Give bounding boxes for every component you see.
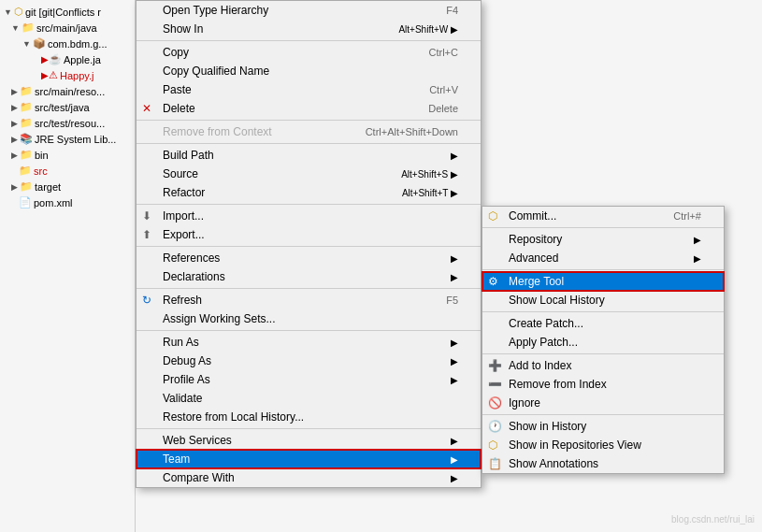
team-menu-commit[interactable]: ⬡ Commit... Ctrl+#: [482, 207, 724, 225]
menu-label: Show In: [163, 22, 203, 36]
tree-arrow: ▶: [11, 135, 18, 144]
separator: [137, 143, 481, 144]
submenu-arrow-icon: ▶: [432, 436, 458, 446]
tree-label: Apple.ja: [64, 54, 101, 65]
tree-item-com-bdm[interactable]: ▼ 📦 com.bdm.g...: [0, 36, 135, 51]
menu-build-path[interactable]: Build Path ▶: [137, 146, 481, 165]
xml-icon: 📄: [19, 196, 32, 208]
menu-label: Show in History: [509, 420, 586, 433]
menu-paste[interactable]: Paste Ctrl+V: [137, 80, 481, 99]
tree-item-happy[interactable]: ▶ ⚠ Happy.j: [0, 67, 135, 83]
tree-item-target[interactable]: ▶ 📁 target: [0, 179, 135, 194]
menu-open-type-hierarchy[interactable]: Open Type Hierarchy F4: [137, 1, 481, 20]
menu-label: Delete: [163, 102, 195, 115]
submenu-arrow-icon: ▶: [432, 375, 458, 385]
tree-item-bin[interactable]: ▶ 📁 bin: [0, 147, 135, 163]
lib-icon: 📚: [20, 133, 33, 145]
separator: [137, 204, 481, 205]
team-menu-show-history[interactable]: 🕐 Show in History: [482, 417, 724, 436]
tree-arrow: ▶: [11, 182, 18, 192]
menu-copy[interactable]: Copy Ctrl+C: [137, 43, 481, 62]
menu-refresh[interactable]: ↻ Refresh F5: [137, 291, 481, 309]
menu-label: Refactor: [163, 186, 205, 199]
menu-debug-as[interactable]: Debug As ▶: [137, 352, 481, 370]
menu-delete[interactable]: ✕ Delete Delete: [137, 99, 481, 118]
menu-team[interactable]: Team ▶: [137, 450, 481, 468]
menu-show-in[interactable]: Show In Alt+Shift+W ▶: [137, 20, 481, 38]
menu-label: Validate: [163, 392, 202, 405]
remove-index-icon: ➖: [488, 378, 502, 391]
submenu-arrow-icon: ▶: [432, 272, 458, 282]
menu-label: Assign Working Sets...: [163, 312, 276, 325]
tree-label: src/main/java: [36, 22, 97, 34]
repos-icon: ⬡: [488, 439, 497, 452]
team-menu-ignore[interactable]: 🚫 Ignore: [482, 394, 724, 412]
separator: [482, 414, 724, 415]
separator: [137, 246, 481, 247]
menu-copy-qualified[interactable]: Copy Qualified Name: [137, 62, 481, 80]
watermark: blog.csdn.net/rui_lai: [671, 514, 755, 525]
java-icon: ☕: [49, 53, 62, 65]
menu-shortcut: Ctrl+C: [410, 47, 458, 58]
separator: [482, 227, 724, 228]
tree-label: target: [35, 181, 61, 193]
menu-label: Show in Repositories View: [509, 439, 641, 452]
menu-label: Show Annotations: [509, 457, 598, 470]
team-menu-repository[interactable]: Repository ▶: [482, 230, 724, 249]
separator: [482, 311, 724, 312]
tree-arrow: ▶: [11, 151, 18, 160]
menu-declarations[interactable]: Declarations ▶: [137, 267, 481, 286]
team-menu-show-local-history[interactable]: Show Local History: [482, 291, 724, 309]
team-menu-advanced[interactable]: Advanced ▶: [482, 249, 724, 267]
package-icon: 📦: [33, 37, 46, 50]
menu-label: Copy Qualified Name: [163, 65, 269, 78]
menu-assign-working[interactable]: Assign Working Sets...: [137, 309, 481, 328]
submenu-arrow-icon: Alt+Shift+T ▶: [383, 188, 458, 198]
menu-source[interactable]: Source Alt+Shift+S ▶: [137, 165, 481, 183]
conflict-icon: ⚠: [49, 69, 58, 81]
tree-item-src-test[interactable]: ▶ 📁 src/test/java: [0, 99, 135, 115]
separator: [137, 288, 481, 289]
menu-profile-as[interactable]: Profile As ▶: [137, 370, 481, 389]
menu-run-as[interactable]: Run As ▶: [137, 333, 481, 352]
tree-arrow: ▶: [11, 87, 18, 96]
team-menu-apply-patch[interactable]: Apply Patch...: [482, 333, 724, 352]
menu-web-services[interactable]: Web Services ▶: [137, 431, 481, 450]
team-menu-remove-index[interactable]: ➖ Remove from Index: [482, 375, 724, 394]
team-menu-merge-tool[interactable]: ⚙ Merge Tool: [482, 272, 724, 291]
tree-item-pom[interactable]: 📄 pom.xml: [0, 194, 135, 210]
tree-item-git[interactable]: ▼ ⬡ git [git|Conflicts r: [0, 4, 135, 20]
menu-export[interactable]: ⬆ Export...: [137, 225, 481, 244]
menu-label: Repository: [509, 233, 562, 246]
menu-label: Web Services: [163, 434, 232, 447]
tree-item-src[interactable]: 📁 src: [0, 163, 135, 179]
menu-label: Ignore: [509, 396, 540, 410]
menu-label: Create Patch...: [509, 317, 583, 330]
tree-item-src-main[interactable]: ▼ 📁 src/main/java: [0, 20, 135, 36]
team-menu-add-index[interactable]: ➕ Add to Index: [482, 356, 724, 375]
menu-label: Apply Patch...: [509, 336, 578, 349]
tree-item-jre[interactable]: ▶ 📚 JRE System Lib...: [0, 131, 135, 147]
menu-import[interactable]: ⬇ Import...: [137, 207, 481, 225]
team-menu-create-patch[interactable]: Create Patch...: [482, 314, 724, 333]
tree-item-src-test-reso[interactable]: ▶ 📁 src/test/resou...: [0, 115, 135, 131]
team-menu-show-repos[interactable]: ⬡ Show in Repositories View: [482, 436, 724, 454]
tree-item-apple[interactable]: ▶ ☕ Apple.ja: [0, 51, 135, 67]
menu-label: Team: [163, 453, 190, 466]
menu-label: Remove from Context: [163, 125, 272, 138]
menu-refactor[interactable]: Refactor Alt+Shift+T ▶: [137, 183, 481, 202]
team-menu-show-annotations[interactable]: 📋 Show Annotations: [482, 454, 724, 473]
tree-item-src-reso[interactable]: ▶ 📁 src/main/reso...: [0, 83, 135, 99]
menu-references[interactable]: References ▶: [137, 249, 481, 267]
refresh-icon: ↻: [142, 294, 151, 307]
folder-icon: 📁: [22, 22, 35, 34]
add-index-icon: ➕: [488, 359, 502, 372]
menu-validate[interactable]: Validate: [137, 389, 481, 408]
submenu-arrow-icon: ▶: [432, 253, 458, 264]
menu-label: Source: [163, 167, 198, 180]
menu-restore-local[interactable]: Restore from Local History...: [137, 408, 481, 426]
folder-icon: 📁: [20, 101, 33, 113]
menu-compare-with[interactable]: Compare With ▶: [137, 468, 481, 487]
separator: [137, 120, 481, 121]
tree-label: bin: [35, 150, 49, 161]
